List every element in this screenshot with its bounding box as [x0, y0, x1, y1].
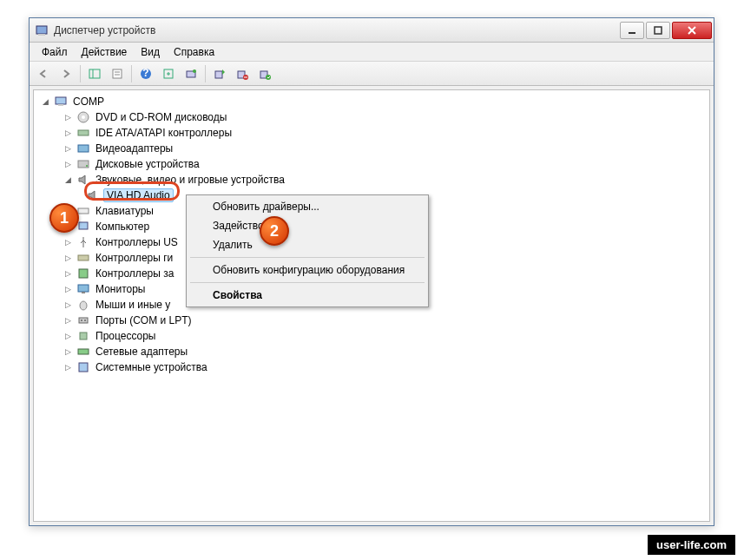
svg-rect-31	[79, 222, 88, 229]
ctx-enable[interactable]: Задействовать	[188, 216, 426, 235]
action-button[interactable]	[158, 64, 179, 83]
tree-label: Контроллеры ги	[94, 252, 174, 264]
controller-icon	[76, 126, 90, 140]
update-driver-button[interactable]	[209, 64, 230, 83]
sound-icon	[76, 173, 90, 187]
port-icon	[76, 313, 90, 327]
svg-point-29	[86, 165, 88, 167]
properties-button[interactable]	[107, 64, 128, 83]
toolbar-separator	[131, 65, 132, 82]
expand-icon[interactable]: ▷	[63, 316, 73, 326]
expand-icon[interactable]: ▷	[63, 347, 73, 357]
ctx-properties[interactable]: Свойства	[188, 286, 426, 305]
nav-forward-button[interactable]	[56, 64, 76, 83]
svg-rect-42	[79, 363, 88, 372]
close-button[interactable]	[672, 22, 712, 39]
tree-item[interactable]: ▷Процессоры	[34, 328, 709, 344]
tree-label: VIA HD Audio	[103, 188, 174, 202]
tree-label: Системные устройства	[94, 361, 209, 373]
tree-item[interactable]: ▷DVD и CD-ROM дисководы	[34, 109, 709, 125]
tree-item[interactable]: ▷IDE ATA/ATAPI контроллеры	[34, 125, 709, 141]
tree-item[interactable]: ▷Системные устройства	[34, 359, 709, 375]
tree-item[interactable]: ▷Дисковые устройства	[34, 156, 709, 172]
menubar: Файл Действие Вид Справка	[30, 43, 714, 62]
expand-icon[interactable]: ▷	[63, 144, 73, 154]
help-button[interactable]: ?	[135, 64, 156, 83]
controller-icon	[76, 251, 90, 265]
collapse-icon[interactable]: ◢	[63, 175, 73, 185]
svg-rect-27	[78, 145, 89, 152]
toolbar-separator	[80, 65, 81, 82]
display-adapter-icon	[76, 142, 90, 155]
tree-label: COMP	[71, 96, 106, 108]
network-icon	[76, 345, 90, 359]
app-icon	[35, 23, 49, 37]
controller-icon	[76, 267, 90, 280]
window-buttons	[618, 22, 712, 39]
svg-rect-30	[78, 208, 89, 214]
device-manager-window: Диспетчер устройств Файл Действие Вид Сп…	[29, 17, 714, 526]
tree-item[interactable]: ▷Порты (COM и LPT)	[34, 313, 709, 328]
svg-point-15	[193, 69, 196, 73]
expand-icon[interactable]: ▷	[63, 363, 73, 372]
tree-label: Порты (COM и LPT)	[94, 314, 194, 326]
expand-icon[interactable]: ▷	[63, 254, 73, 263]
computer-icon	[54, 95, 68, 109]
expand-icon[interactable]: ▷	[63, 269, 73, 279]
scan-hardware-button[interactable]	[181, 64, 201, 83]
expand-icon[interactable]: ▷	[63, 160, 73, 169]
svg-rect-34	[78, 285, 89, 292]
svg-rect-3	[655, 27, 662, 34]
ctx-update-drivers[interactable]: Обновить драйверы...	[188, 197, 426, 216]
ctx-scan-hardware[interactable]: Обновить конфигурацию оборудования	[188, 260, 426, 280]
svg-rect-26	[78, 130, 89, 135]
expand-icon[interactable]: ▷	[63, 113, 73, 122]
expand-icon[interactable]: ▷	[63, 332, 73, 341]
tree-root[interactable]: ◢ COMP	[34, 94, 709, 109]
titlebar[interactable]: Диспетчер устройств	[30, 18, 714, 43]
svg-rect-1	[38, 34, 45, 36]
tree-label: Мониторы	[94, 283, 147, 295]
tree-item[interactable]: ▷Сетевые адаптеры	[34, 344, 709, 359]
menu-action[interactable]: Действие	[75, 44, 135, 60]
toolbar: ?	[30, 62, 714, 86]
expand-icon[interactable]: ▷	[63, 128, 73, 138]
menu-view[interactable]: Вид	[134, 44, 167, 60]
tree-label: Компьютер	[94, 221, 151, 233]
expand-icon[interactable]: ▷	[63, 238, 73, 247]
svg-rect-22	[56, 97, 66, 104]
annotation-badge-1: 1	[49, 203, 79, 233]
tree-item[interactable]: ▷Видеоадаптеры	[34, 141, 709, 156]
nav-back-button[interactable]	[33, 64, 54, 83]
usb-icon	[76, 235, 90, 249]
tree-label: IDE ATA/ATAPI контроллеры	[94, 127, 234, 139]
tree-label: Процессоры	[94, 330, 158, 342]
annotation-badge-2: 2	[260, 216, 289, 246]
enable-button[interactable]	[254, 64, 275, 83]
ctx-delete[interactable]: Удалить	[188, 235, 426, 254]
show-hide-tree-button[interactable]	[84, 64, 105, 83]
svg-rect-32	[78, 255, 89, 260]
uninstall-button[interactable]	[232, 64, 253, 83]
context-menu: Обновить драйверы... Задействовать Удали…	[186, 194, 429, 307]
tree-label: Мыши и иные у	[94, 299, 172, 311]
watermark: user-life.com	[648, 535, 735, 555]
tree-label: Дисковые устройства	[94, 158, 201, 170]
maximize-button[interactable]	[646, 22, 670, 39]
svg-rect-0	[36, 26, 47, 34]
svg-point-39	[84, 320, 86, 321]
tree-label: Контроллеры за	[94, 267, 175, 280]
tree-item-audio-category[interactable]: ◢Звуковые, видео и игровые устройства	[34, 172, 709, 188]
menu-file[interactable]: Файл	[35, 44, 75, 60]
expand-icon[interactable]: ▷	[63, 300, 73, 310]
tree-label: Сетевые адаптеры	[94, 346, 189, 358]
expand-icon[interactable]: ▷	[63, 285, 73, 294]
tree-label: Контроллеры US	[94, 236, 180, 248]
minimize-button[interactable]	[620, 22, 644, 39]
monitor-icon	[76, 282, 90, 296]
svg-point-36	[80, 301, 87, 310]
svg-rect-33	[79, 269, 88, 278]
menu-help[interactable]: Справка	[167, 44, 221, 60]
toolbar-separator	[205, 65, 206, 82]
collapse-icon[interactable]: ◢	[41, 97, 50, 107]
